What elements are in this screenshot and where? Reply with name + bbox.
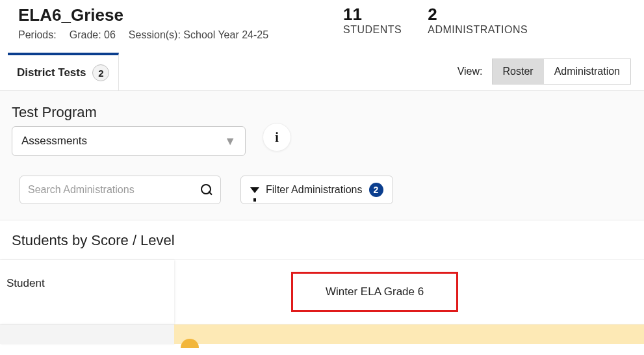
test-program-select[interactable]: Assessments ▼ bbox=[12, 126, 246, 156]
test-program-value: Assessments bbox=[21, 135, 87, 148]
info-icon: i bbox=[275, 130, 279, 145]
view-toggle: View: Roster Administration bbox=[457, 59, 636, 85]
students-section-title: Students by Score / Level bbox=[0, 220, 644, 259]
students-stat: 11 STUDENTS bbox=[343, 5, 402, 41]
periods-label: Periods: bbox=[18, 29, 57, 41]
class-info: ELA6_Griese Periods: Grade: 06 Session(s… bbox=[18, 5, 317, 41]
search-administrations-input-wrapper[interactable] bbox=[19, 176, 221, 204]
filter-button-label: Filter Administrations bbox=[266, 184, 363, 196]
assessment-column-header[interactable]: Winter ELA Grade 6 bbox=[291, 272, 458, 312]
class-header: ELA6_Griese Periods: Grade: 06 Session(s… bbox=[0, 0, 644, 53]
student-column-header: Student bbox=[0, 260, 174, 324]
grade-label: Grade: 06 bbox=[70, 29, 116, 41]
tab-bar: District Tests 2 View: Roster Administra… bbox=[0, 53, 644, 91]
students-count: 11 bbox=[343, 5, 402, 24]
info-button[interactable]: i bbox=[263, 123, 291, 151]
class-title: ELA6_Griese bbox=[18, 5, 317, 25]
administrations-label: ADMINISTRATIONS bbox=[428, 24, 528, 36]
tab-count-badge: 2 bbox=[92, 64, 109, 81]
class-meta: Periods: Grade: 06 Session(s): School Ye… bbox=[18, 29, 317, 41]
table-body-left bbox=[0, 324, 174, 344]
filter-administrations-button[interactable]: Filter Administrations 2 bbox=[240, 176, 393, 204]
assessment-column-area: Winter ELA Grade 6 bbox=[174, 260, 644, 324]
students-label: STUDENTS bbox=[343, 24, 402, 36]
search-icon bbox=[201, 184, 213, 196]
test-program-label: Test Program bbox=[12, 104, 246, 121]
filters-panel: Test Program Assessments ▼ i Filter Admi… bbox=[0, 91, 644, 220]
administrations-count: 2 bbox=[428, 5, 528, 24]
view-label: View: bbox=[457, 66, 483, 77]
session-label: Session(s): School Year 24-25 bbox=[129, 29, 268, 41]
score-indicator-icon bbox=[181, 339, 199, 348]
table-body-right bbox=[174, 324, 644, 344]
view-administration-button[interactable]: Administration bbox=[544, 59, 630, 84]
view-segment: Roster Administration bbox=[492, 59, 632, 85]
search-administrations-input[interactable] bbox=[28, 184, 201, 196]
students-table-header: Student Winter ELA Grade 6 bbox=[0, 259, 644, 324]
administrations-stat: 2 ADMINISTRATIONS bbox=[428, 5, 528, 41]
view-roster-button[interactable]: Roster bbox=[493, 59, 544, 84]
tab-label: District Tests bbox=[17, 66, 86, 79]
chevron-down-icon: ▼ bbox=[224, 135, 236, 148]
tab-district-tests[interactable]: District Tests 2 bbox=[8, 53, 119, 90]
filter-count-badge: 2 bbox=[369, 183, 383, 197]
filter-icon bbox=[250, 187, 259, 193]
table-body-start bbox=[0, 324, 644, 344]
